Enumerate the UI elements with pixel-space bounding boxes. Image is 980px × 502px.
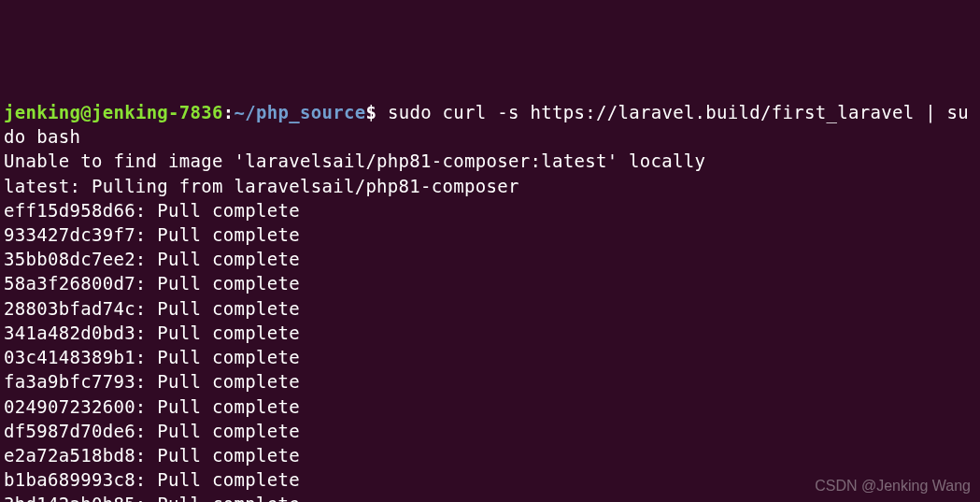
- layer-line: e2a72a518bd8: Pull complete: [4, 445, 300, 466]
- layer-line: b1ba689993c8: Pull complete: [4, 469, 300, 490]
- prompt-path: ~/php_source: [234, 102, 366, 122]
- layer-line: 933427dc39f7: Pull complete: [4, 224, 300, 245]
- terminal-window[interactable]: jenking@jenking-7836:~/php_source$ sudo …: [4, 100, 976, 502]
- prompt-at: @: [80, 102, 92, 122]
- layer-line: 3bd142ab0b85: Pull complete: [4, 494, 300, 502]
- layer-line: 35bb08dc7ee2: Pull complete: [4, 249, 300, 269]
- layer-line: 28803bfad74c: Pull complete: [4, 298, 300, 319]
- output-line: Unable to find image 'laravelsail/php81-…: [4, 151, 705, 171]
- layer-lines: eff15d958d66: Pull complete 933427dc39f7…: [4, 198, 976, 502]
- prompt-host: jenking-7836: [92, 102, 223, 122]
- prompt-user: jenking: [4, 102, 80, 122]
- layer-line: 024907232600: Pull complete: [4, 396, 300, 417]
- layer-line: eff15d958d66: Pull complete: [4, 200, 300, 221]
- layer-line: 58a3f26800d7: Pull complete: [4, 273, 300, 294]
- prompt-dollar: $: [365, 102, 376, 122]
- prompt-colon: :: [223, 102, 234, 122]
- layer-line: fa3a9bfc7793: Pull complete: [4, 371, 300, 392]
- output-line: latest: Pulling from laravelsail/php81-c…: [4, 176, 519, 196]
- watermark-text: CSDN @Jenking Wang: [815, 476, 971, 496]
- layer-line: df5987d70de6: Pull complete: [4, 421, 300, 441]
- layer-line: 341a482d0bd3: Pull complete: [4, 323, 300, 343]
- layer-line: 03c4148389b1: Pull complete: [4, 347, 300, 367]
